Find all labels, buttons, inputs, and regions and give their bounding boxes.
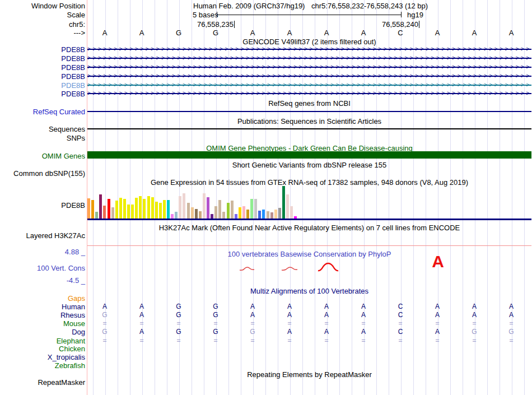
dbsnp-title[interactable]: Short Genetic Variants from dbSNP releas… bbox=[87, 161, 531, 169]
multiz-species-label[interactable]: Chicken bbox=[0, 345, 85, 353]
gtex-bar[interactable] bbox=[99, 194, 102, 219]
dbsnp-label[interactable]: Common dbSNP(155) bbox=[0, 169, 85, 178]
gtex-bar[interactable] bbox=[274, 210, 277, 219]
gtex-bar[interactable] bbox=[191, 207, 194, 219]
phylop-track-label[interactable]: 100 Vert. Cons bbox=[0, 264, 85, 272]
gtex-bar[interactable] bbox=[246, 210, 249, 219]
gene-transcript-row[interactable]: >>>>>>>>>>>>>>>>>>>>>>>>>>>>>>>>>>>>>>>>… bbox=[87, 81, 531, 89]
multiz-species-label[interactable]: X_tropicalis bbox=[0, 353, 85, 361]
h3k27ac-title[interactable]: H3K27Ac Mark (Often Found Near Active Re… bbox=[87, 224, 531, 232]
alignment-base: A bbox=[136, 311, 148, 319]
multiz-species-label[interactable]: Zebrafish bbox=[0, 361, 85, 370]
gene-label[interactable]: PDE8B bbox=[0, 81, 85, 90]
omim-genes-label[interactable]: OMIM Genes bbox=[0, 152, 85, 160]
gtex-bar[interactable] bbox=[267, 211, 269, 219]
refseq-title[interactable]: RefSeq genes from NCBI bbox=[87, 99, 531, 108]
h3k27ac-label[interactable]: Layered H3K27Ac bbox=[0, 231, 85, 240]
multiz-species-label[interactable]: Human bbox=[0, 303, 85, 311]
gene-transcript-row[interactable]: >>>>>>>>>>>>>>>>>>>>>>>>>>>>>>>>>>>>>>>>… bbox=[87, 54, 531, 62]
gene-label[interactable]: PDE8B bbox=[0, 90, 85, 98]
gtex-bar[interactable] bbox=[123, 199, 126, 219]
gtex-bar[interactable] bbox=[119, 198, 122, 219]
gene-transcript-row[interactable]: >>>>>>>>>>>>>>>>>>>>>>>>>>>>>>>>>>>>>>>>… bbox=[87, 45, 531, 53]
gtex-bar[interactable] bbox=[250, 199, 253, 219]
gtex-bar[interactable] bbox=[108, 199, 110, 219]
gtex-title[interactable]: Gene Expression in 54 tissues from GTEx … bbox=[87, 178, 531, 187]
gtex-bar[interactable] bbox=[242, 206, 245, 219]
gtex-bar[interactable] bbox=[254, 199, 257, 219]
alignment-base: = bbox=[246, 319, 259, 327]
multiz-species-label[interactable]: Elephant bbox=[0, 337, 85, 345]
gene-transcript-row[interactable]: >>>>>>>>>>>>>>>>>>>>>>>>>>>>>>>>>>>>>>>>… bbox=[87, 63, 531, 71]
gtex-bar[interactable] bbox=[147, 196, 150, 219]
gtex-bar[interactable] bbox=[290, 206, 293, 219]
gtex-bar[interactable] bbox=[286, 194, 289, 219]
gene-label[interactable]: PDE8B bbox=[0, 45, 85, 54]
gtex-bar[interactable] bbox=[87, 198, 90, 219]
gtex-bar[interactable] bbox=[131, 205, 134, 219]
gtex-bar[interactable] bbox=[227, 203, 230, 219]
gene-label[interactable]: PDE8B bbox=[0, 54, 85, 63]
gtex-bar[interactable] bbox=[183, 193, 185, 219]
gtex-bar[interactable] bbox=[282, 186, 285, 219]
gencode-title[interactable]: GENCODE V49lift37 (2 items filtered out) bbox=[87, 38, 531, 46]
gtex-bar[interactable] bbox=[103, 206, 106, 219]
repeatmasker-title[interactable]: Repeating Elements by RepeatMasker bbox=[87, 370, 531, 379]
gene-label[interactable]: PDE8B bbox=[0, 63, 85, 72]
gtex-bar[interactable] bbox=[143, 199, 146, 219]
multiz-title[interactable]: Multiz Alignments of 100 Vertebrates bbox=[87, 287, 531, 295]
gene-transcript-row[interactable]: >>>>>>>>>>>>>>>>>>>>>>>>>>>>>>>>>>>>>>>>… bbox=[87, 90, 531, 97]
gtex-bar[interactable] bbox=[171, 214, 174, 219]
gene-direction-arrows: >>>>>>>>>>>>>>>>>>>>>>>>>>>>>>>>>>>>>>>>… bbox=[87, 45, 531, 53]
gtex-bar[interactable] bbox=[258, 211, 261, 219]
gtex-bar[interactable] bbox=[214, 206, 217, 219]
snps-label[interactable]: SNPs bbox=[0, 134, 85, 142]
multiz-species-label[interactable]: Dog bbox=[0, 328, 85, 336]
gtex-bar[interactable] bbox=[135, 198, 138, 219]
gtex-bar[interactable] bbox=[159, 203, 162, 219]
gene-label[interactable]: PDE8B bbox=[0, 72, 85, 81]
gtex-bar[interactable] bbox=[187, 203, 190, 219]
multiz-species-label[interactable]: Gaps bbox=[0, 294, 85, 303]
gtex-bar[interactable] bbox=[91, 200, 94, 219]
gtex-bar[interactable] bbox=[207, 197, 209, 219]
gtex-bar[interactable] bbox=[195, 209, 198, 219]
gtex-bar[interactable] bbox=[155, 202, 158, 219]
refseq-gene-line[interactable] bbox=[87, 111, 531, 112]
gtex-bar[interactable] bbox=[218, 200, 221, 219]
gtex-bar[interactable] bbox=[115, 201, 118, 219]
alignment-base: = bbox=[320, 337, 333, 345]
gtex-bar[interactable] bbox=[163, 200, 166, 219]
gtex-bar[interactable] bbox=[235, 214, 237, 219]
omim-gene-bar[interactable] bbox=[87, 151, 531, 159]
gene-transcript-row[interactable]: >>>>>>>>>>>>>>>>>>>>>>>>>>>>>>>>>>>>>>>>… bbox=[87, 72, 531, 80]
phylop-wiggle[interactable]: A bbox=[87, 249, 531, 282]
publications-title[interactable]: Publications: Sequences in Scientific Ar… bbox=[87, 117, 531, 126]
gtex-bar[interactable] bbox=[231, 201, 234, 219]
gtex-bar[interactable] bbox=[239, 207, 241, 219]
gtex-bar[interactable] bbox=[95, 212, 98, 219]
gtex-bar[interactable] bbox=[222, 212, 225, 219]
sequences-item-line[interactable] bbox=[87, 128, 531, 129]
gtex-bar[interactable] bbox=[175, 212, 178, 219]
gtex-bar[interactable] bbox=[167, 200, 170, 219]
refseq-curated-label[interactable]: RefSeq Curated bbox=[0, 108, 85, 116]
gtex-bar[interactable] bbox=[151, 197, 154, 219]
multiz-species-label[interactable]: Rhesus bbox=[0, 311, 85, 319]
gtex-bar[interactable] bbox=[199, 211, 202, 219]
alignment-base: A bbox=[431, 328, 444, 336]
gtex-bar[interactable] bbox=[139, 196, 142, 219]
gtex-bar[interactable] bbox=[127, 205, 130, 219]
gtex-bar[interactable] bbox=[211, 214, 213, 219]
sequences-label[interactable]: Sequences bbox=[0, 125, 85, 133]
repeatmasker-label[interactable]: RepeatMasker bbox=[0, 378, 85, 387]
alignment-base: = bbox=[505, 319, 517, 327]
gtex-bar[interactable] bbox=[262, 210, 265, 219]
gtex-bar[interactable] bbox=[179, 196, 181, 219]
gtex-gene-label[interactable]: PDE8B bbox=[0, 201, 85, 210]
gtex-bar[interactable] bbox=[278, 208, 281, 219]
gtex-bar[interactable] bbox=[203, 193, 206, 219]
gtex-bar[interactable] bbox=[270, 212, 273, 219]
gtex-bar[interactable] bbox=[111, 207, 114, 219]
multiz-species-label[interactable]: Mouse bbox=[0, 319, 85, 328]
